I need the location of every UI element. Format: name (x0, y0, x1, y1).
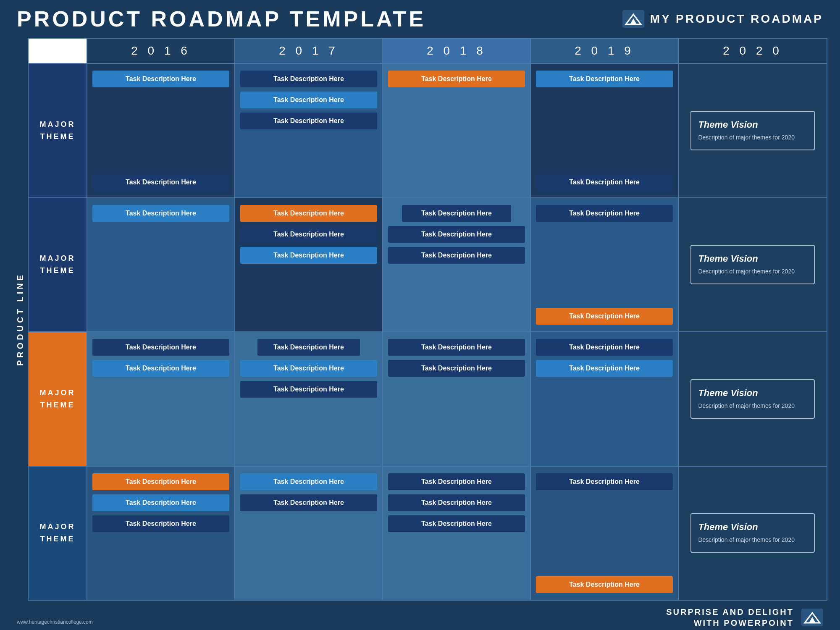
year-2020: 2 0 2 0 (679, 39, 827, 63)
row-band-1: MAJOR THEME Task Description Here Task D… (29, 64, 827, 198)
task-btn[interactable]: Task Description Here (388, 473, 525, 490)
task-btn[interactable]: Task Description Here (240, 494, 377, 511)
vision-desc-4: Description of major themes for 2020 (698, 536, 807, 544)
task-btn[interactable]: Task Description Here (92, 205, 229, 222)
task-btn[interactable]: Task Description Here (536, 308, 673, 325)
vision-desc-1: Description of major themes for 2020 (698, 134, 807, 142)
task-btn[interactable]: Task Description Here (536, 205, 673, 222)
task-btn[interactable]: Task Description Here (240, 113, 377, 129)
task-btn[interactable]: Task Description Here (388, 339, 525, 356)
row-band-4: MAJOR THEME Task Description Here Task D… (29, 467, 827, 600)
vision-box-4: Theme Vision Description of major themes… (690, 513, 814, 553)
task-btn[interactable]: Task Description Here (240, 205, 377, 222)
row3-col6: Theme Vision Description of major themes… (679, 332, 827, 466)
page-container: PRODUCT ROADMAP TEMPLATE MY PRODUCT ROAD… (0, 0, 840, 630)
row2-col2: Task Description Here (87, 198, 235, 332)
task-btn[interactable]: Task Description Here (92, 71, 229, 87)
theme-line1: MAJOR (39, 388, 75, 397)
footer-website: www.heritagechristiancollege.com (17, 619, 93, 625)
row4-col5: Task Description Here Task Description H… (531, 467, 679, 600)
theme-label-1: MAJOR THEME (29, 64, 87, 197)
task-btn[interactable]: Task Description Here (240, 71, 377, 87)
theme-label-2: MAJOR THEME (29, 198, 87, 332)
row1-col4: Task Description Here (383, 64, 531, 197)
task-btn[interactable]: Task Description Here (536, 473, 673, 490)
row2-col6: Theme Vision Description of major themes… (679, 198, 827, 332)
task-btn[interactable]: Task Description Here (240, 226, 377, 243)
footer-text: SURPRISE AND DELIGHT WITH POWERPOINT (666, 606, 794, 628)
row4-col2: Task Description Here Task Description H… (87, 467, 235, 600)
task-btn[interactable]: Task Description Here (388, 515, 525, 532)
task-btn[interactable]: Task Description Here (257, 339, 360, 356)
year-2017: 2 0 1 7 (235, 39, 383, 63)
row1-col6: Theme Vision Description of major themes… (679, 64, 827, 197)
theme-line2: THEME (40, 266, 75, 275)
task-btn[interactable]: Task Description Here (92, 473, 229, 490)
task-btn[interactable]: Task Description Here (388, 494, 525, 511)
theme-line1: MAJOR (39, 120, 75, 129)
task-btn[interactable]: Task Description Here (240, 381, 377, 398)
task-btn[interactable]: Task Description Here (92, 339, 229, 356)
vision-box-2: Theme Vision Description of major themes… (690, 245, 814, 284)
page-title: PRODUCT ROADMAP TEMPLATE (17, 6, 426, 32)
vision-title-3: Theme Vision (698, 388, 807, 399)
vision-box-1: Theme Vision Description of major themes… (690, 111, 814, 150)
task-btn[interactable]: Task Description Here (92, 515, 229, 532)
year-header-empty (29, 39, 87, 63)
row2-col5: Task Description Here Task Description H… (531, 198, 679, 332)
footer-line2: WITH POWERPOINT (666, 617, 794, 628)
year-2016: 2 0 1 6 (87, 39, 235, 63)
row-band-2: MAJOR THEME Task Description Here Task D… (29, 198, 827, 333)
row4-col4: Task Description Here Task Description H… (383, 467, 531, 600)
task-btn[interactable]: Task Description Here (240, 473, 377, 490)
brand-text: MY PRODUCT ROADMAP (650, 12, 823, 26)
footer-line1: SURPRISE AND DELIGHT (666, 606, 794, 617)
row3-col3: Task Description Here Task Description H… (235, 332, 383, 466)
theme-label-4: MAJOR THEME (29, 467, 87, 600)
row1-col5: Task Description Here Task Description H… (531, 64, 679, 197)
row3-col2: Task Description Here Task Description H… (87, 332, 235, 466)
header: PRODUCT ROADMAP TEMPLATE MY PRODUCT ROAD… (0, 0, 840, 38)
footer: www.heritagechristiancollege.com SURPRIS… (0, 605, 840, 630)
product-line-label: PRODUCT LINE (16, 273, 25, 366)
task-btn[interactable]: Task Description Here (92, 360, 229, 377)
theme-label-3: MAJOR THEME (29, 332, 87, 466)
vertical-label-wrap: PRODUCT LINE (13, 38, 28, 601)
theme-line2: THEME (40, 535, 75, 543)
row2-col3: Task Description Here Task Description H… (235, 198, 383, 332)
task-btn[interactable]: Task Description Here (402, 205, 512, 222)
row1-col2: Task Description Here Task Description H… (87, 64, 235, 197)
task-btn[interactable]: Task Description Here (240, 247, 377, 264)
task-btn[interactable]: Task Description Here (536, 360, 673, 377)
vision-box-3: Theme Vision Description of major themes… (690, 379, 814, 419)
vision-desc-2: Description of major themes for 2020 (698, 268, 807, 276)
theme-line2: THEME (40, 132, 75, 141)
theme-line1: MAJOR (39, 522, 75, 531)
vision-title-4: Theme Vision (698, 522, 807, 533)
vision-desc-3: Description of major themes for 2020 (698, 402, 807, 410)
content-rows: MAJOR THEME Task Description Here Task D… (29, 64, 827, 600)
row4-col6: Theme Vision Description of major themes… (679, 467, 827, 600)
task-btn[interactable]: Task Description Here (388, 71, 525, 87)
task-btn[interactable]: Task Description Here (536, 174, 673, 191)
task-btn[interactable]: Task Description Here (536, 576, 673, 593)
theme-line2: THEME (40, 401, 75, 409)
task-btn[interactable]: Task Description Here (240, 360, 377, 377)
task-btn[interactable]: Task Description Here (388, 247, 525, 264)
grid-container: 2 0 1 6 2 0 1 7 2 0 1 8 2 0 1 9 2 0 2 0 … (28, 38, 827, 601)
vision-title-2: Theme Vision (698, 253, 807, 264)
vision-title-1: Theme Vision (698, 119, 807, 130)
year-2018: 2 0 1 8 (383, 39, 531, 63)
logo-icon (622, 10, 644, 28)
row-band-3: MAJOR THEME Task Description Here Task D… (29, 332, 827, 467)
task-btn[interactable]: Task Description Here (388, 226, 525, 243)
task-btn[interactable]: Task Description Here (536, 71, 673, 87)
year-2019: 2 0 1 9 (531, 39, 679, 63)
task-btn[interactable]: Task Description Here (92, 174, 229, 191)
task-btn[interactable]: Task Description Here (536, 339, 673, 356)
task-btn[interactable]: Task Description Here (240, 92, 377, 108)
year-header-row: 2 0 1 6 2 0 1 7 2 0 1 8 2 0 1 9 2 0 2 0 (29, 39, 827, 64)
task-btn[interactable]: Task Description Here (92, 494, 229, 511)
row4-col3: Task Description Here Task Description H… (235, 467, 383, 600)
task-btn[interactable]: Task Description Here (388, 360, 525, 377)
